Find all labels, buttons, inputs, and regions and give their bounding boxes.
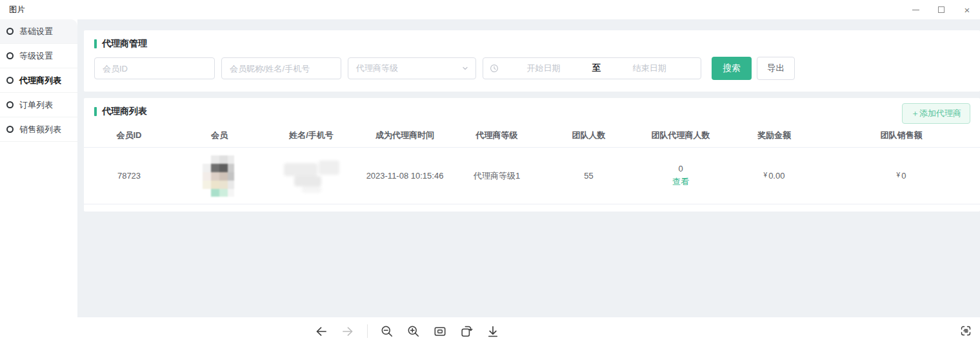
- end-date-placeholder: 结束日期: [605, 63, 694, 74]
- close-icon: ×: [965, 5, 970, 15]
- sidebar-item-agent-list[interactable]: 代理商列表: [0, 68, 77, 93]
- sidebar-item-level-settings[interactable]: 等级设置: [0, 44, 77, 68]
- fit-window-icon: [433, 324, 447, 339]
- ring-icon: [6, 77, 14, 84]
- photo-viewer-window: 图片 × 基础设置 等级设置 代理商列表 订单列表: [0, 0, 980, 345]
- section-accent-bar: [94, 107, 97, 116]
- zoom-out-button[interactable]: [380, 324, 394, 339]
- agent-level-select[interactable]: 代理商等级: [348, 57, 476, 79]
- viewer-toolbar: [0, 317, 980, 345]
- filter-row: 代理商等级 开始日期 至 结束日期 搜索: [94, 57, 980, 80]
- toolbar-divider: [367, 324, 368, 338]
- minimize-icon: [912, 10, 919, 10]
- export-button[interactable]: 导出: [757, 57, 795, 80]
- sidebar-item-label: 代理商列表: [19, 75, 61, 86]
- section-title-text: 代理商列表: [102, 106, 147, 117]
- sidebar-item-label: 销售额列表: [19, 124, 61, 135]
- col-team-count: 团队人数: [542, 130, 635, 141]
- cell-avatar: [174, 155, 265, 197]
- image-content: 基础设置 等级设置 代理商列表 订单列表 销售额列表: [0, 19, 980, 317]
- team-agent-count-value: 0: [678, 164, 683, 173]
- close-button[interactable]: ×: [954, 0, 980, 19]
- cell-name-blurred: [265, 158, 358, 194]
- sidebar-item-label: 基础设置: [19, 26, 53, 37]
- reward-amount-value: 0.00: [768, 171, 785, 181]
- currency-symbol: ¥: [897, 172, 901, 179]
- cell-agent-level: 代理商等级1: [452, 170, 542, 182]
- cell-join-time: 2023-11-08 10:15:46: [358, 171, 452, 181]
- download-button[interactable]: [486, 324, 500, 339]
- window-controls: ×: [903, 0, 980, 19]
- back-icon: [314, 324, 328, 339]
- sidebar-item-order-list[interactable]: 订单列表: [0, 93, 77, 117]
- zoom-out-icon: [380, 324, 394, 339]
- sidebar-item-label: 等级设置: [19, 50, 53, 62]
- currency-symbol: ¥: [764, 172, 768, 179]
- fit-window-button[interactable]: [433, 324, 447, 339]
- col-name-phone: 姓名/手机号: [265, 130, 358, 141]
- cell-team-agent-count: 0 查看: [635, 164, 726, 188]
- rotate-icon: [459, 324, 474, 339]
- ring-icon: [6, 101, 14, 108]
- table-row: 78723: [84, 148, 980, 204]
- zoom-in-button[interactable]: [406, 324, 421, 339]
- agent-level-placeholder: 代理商等级: [356, 63, 461, 74]
- chevron-down-icon: [461, 64, 469, 72]
- ring-icon: [6, 28, 14, 35]
- date-separator: 至: [588, 63, 605, 74]
- col-member-id: 会员ID: [84, 130, 174, 141]
- sidebar-item-sales-list[interactable]: 销售额列表: [0, 117, 77, 142]
- viewer-toolbar-group: [314, 317, 500, 345]
- add-agent-button[interactable]: ＋添加代理商: [902, 103, 970, 124]
- admin-sidebar: 基础设置 等级设置 代理商列表 订单列表 销售额列表: [0, 19, 77, 317]
- filter-section-title: 代理商管理: [94, 38, 980, 50]
- clock-icon: [490, 64, 499, 73]
- col-team-sales: 团队销售额: [823, 130, 980, 141]
- table-header: 会员ID 会员 姓名/手机号 成为代理商时间 代理商等级 团队人数 团队代理商人…: [84, 123, 980, 148]
- ring-icon: [6, 126, 14, 133]
- section-accent-bar: [94, 39, 97, 48]
- col-reward-amount: 奖励金额: [726, 130, 823, 141]
- window-titlebar: 图片 ×: [0, 0, 980, 19]
- ring-icon: [6, 52, 14, 59]
- col-team-agent-count: 团队代理商人数: [635, 130, 726, 141]
- member-avatar-blurred: [203, 155, 236, 197]
- back-button[interactable]: [314, 324, 328, 339]
- col-agent-level: 代理商等级: [452, 130, 542, 141]
- maximize-button[interactable]: [928, 0, 954, 19]
- minimize-button[interactable]: [903, 0, 928, 19]
- search-button[interactable]: 搜索: [712, 57, 752, 80]
- member-id-input[interactable]: [94, 57, 215, 79]
- download-icon: [486, 324, 500, 339]
- section-title-text: 代理商管理: [102, 38, 147, 50]
- window-title: 图片: [9, 5, 25, 15]
- text-scan-icon: [959, 324, 973, 338]
- cell-member-id: 78723: [84, 171, 174, 181]
- start-date-placeholder: 开始日期: [499, 63, 588, 74]
- view-link[interactable]: 查看: [672, 176, 689, 188]
- sidebar-item-basic-settings[interactable]: 基础设置: [0, 19, 77, 44]
- keyword-input[interactable]: [221, 57, 341, 79]
- admin-main: 代理商管理 代理商等级: [77, 19, 980, 317]
- cell-team-count: 55: [542, 171, 635, 181]
- date-range-picker[interactable]: 开始日期 至 结束日期: [483, 57, 701, 79]
- forward-icon: [341, 324, 355, 339]
- cell-team-sales: ¥0: [823, 171, 980, 181]
- forward-button[interactable]: [341, 324, 355, 339]
- col-member: 会员: [174, 130, 265, 141]
- list-section-title: 代理商列表: [84, 106, 980, 117]
- agent-filter-panel: 代理商管理 代理商等级: [84, 30, 980, 92]
- cell-reward-amount: ¥0.00: [726, 171, 823, 181]
- agent-list-panel: 代理商列表 ＋添加代理商 会员ID 会员 姓名/手机号 成为代理商时间 代理商等…: [84, 98, 980, 212]
- maximize-icon: [938, 6, 945, 13]
- name-text-blurred: [283, 158, 341, 194]
- text-scan-button[interactable]: [959, 324, 973, 338]
- rotate-button[interactable]: [459, 324, 474, 339]
- col-join-time: 成为代理商时间: [358, 130, 452, 141]
- team-sales-value: 0: [901, 171, 906, 181]
- sidebar-item-label: 订单列表: [19, 99, 53, 111]
- zoom-in-icon: [406, 324, 421, 339]
